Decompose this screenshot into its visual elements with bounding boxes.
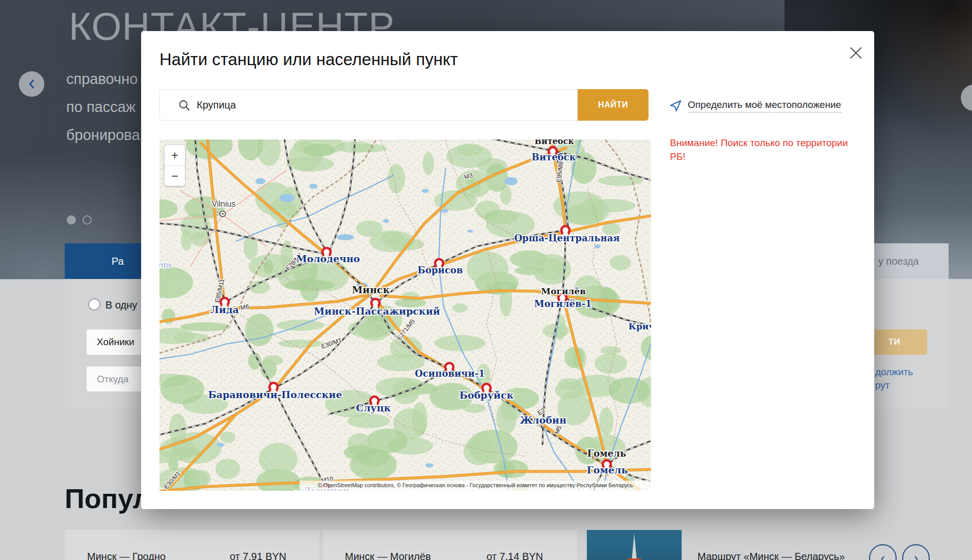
station-label: Гомель: [587, 464, 628, 475]
locate-me-label[interactable]: Определить моё местоположение: [688, 99, 841, 113]
one-way-radio[interactable]: [88, 298, 100, 311]
location-arrow-icon: [669, 99, 683, 113]
station-label: Осиповичи-1: [415, 368, 485, 379]
route-name: Минск — Могилёв: [345, 551, 431, 560]
close-icon[interactable]: [848, 45, 863, 61]
popular-routes-heading: Попул: [65, 483, 150, 514]
routes-next-button[interactable]: ›: [902, 544, 930, 560]
monument-image: [632, 533, 637, 560]
routes-prev-button[interactable]: ‹: [869, 544, 897, 560]
carousel-dot[interactable]: [83, 215, 92, 225]
zoom-out-button[interactable]: −: [165, 165, 185, 186]
continue-route-link[interactable]: должить: [875, 367, 913, 378]
route-card[interactable]: Минск — Могилёв от 7,14 BYN: [322, 530, 577, 560]
hero-line: по пассаж: [66, 93, 140, 121]
water-label: ritis: [159, 261, 172, 269]
hero-description: справочно по пассаж бронирова: [66, 65, 140, 149]
city-label: Гомель: [587, 448, 626, 459]
station-label: Могилёв-1: [534, 298, 592, 309]
station-search-box: [159, 89, 578, 121]
promo-thumbnail[interactable]: [587, 530, 682, 560]
carousel-prev-button[interactable]: [19, 71, 44, 97]
route-price: от 7,14 BYN: [487, 551, 543, 560]
city-label: Витебск: [534, 139, 574, 146]
continue-route-link-line2[interactable]: рут: [875, 380, 890, 391]
route-price: от 7,91 BYN: [230, 551, 286, 560]
station-label: Бобруйск: [460, 389, 514, 401]
station-label: Минск-Пассажирский: [314, 305, 440, 317]
route-card[interactable]: Минск — Гродно от 7,91 BYN: [65, 530, 319, 560]
hero-line: бронирова: [66, 121, 140, 149]
station-label: Барановичи-Полесские: [208, 389, 342, 400]
station-search-input[interactable]: [160, 90, 577, 120]
find-station-modal: Найти станцию или населенный пункт НАЙТИ…: [141, 31, 874, 509]
city-label: Могилёв: [541, 286, 586, 296]
hero-line: справочно: [66, 65, 140, 93]
route-name: Минск — Гродно: [87, 551, 166, 560]
promo-route-title[interactable]: Маршрут «Минск — Беларусь»: [697, 551, 845, 560]
station-label: Жлобин: [520, 414, 566, 426]
place-label: Vilnius: [212, 200, 236, 208]
carousel-dot-active[interactable]: [67, 215, 76, 225]
search-warning-text: Внимание! Поиск только по территории РБ!: [670, 136, 852, 163]
station-label: Витебск: [531, 152, 576, 162]
station-search-row: НАЙТИ: [159, 89, 649, 121]
tab-active-label: Ра: [112, 256, 124, 267]
station-label: Лида: [210, 304, 239, 315]
find-button[interactable]: НАЙТИ: [578, 89, 649, 121]
map-attribution: © OpenStreetMap contributors, © Географи…: [300, 481, 651, 491]
station-label: Орша-Центральная: [514, 233, 619, 243]
station-label: Борисов: [418, 265, 463, 275]
station-label: Слуцк: [356, 402, 391, 413]
map-zoom-control: + −: [165, 145, 185, 186]
road-label: М6: [240, 303, 250, 312]
map-canvas: М3Е95/М8Е28/М7Е85/М11Е30/М1Е271/М5Е30/М1…: [159, 139, 651, 491]
station-label: Кричев: [628, 321, 651, 331]
tab-train-info-label[interactable]: у поезда: [878, 243, 919, 279]
city-label: Минск: [352, 284, 390, 295]
modal-title: Найти станцию или населенный пункт: [159, 50, 458, 69]
zoom-in-button[interactable]: +: [165, 145, 185, 165]
carousel-dots[interactable]: [67, 215, 92, 225]
chevron-left-icon: [27, 78, 36, 90]
one-way-label: В одну: [105, 299, 137, 311]
locate-me[interactable]: Определить моё местоположение: [669, 99, 841, 113]
belarus-map[interactable]: М3Е95/М8Е28/М7Е85/М11Е30/М1Е271/М5Е30/М1…: [159, 139, 651, 491]
station-label: Молодечно: [296, 253, 360, 264]
